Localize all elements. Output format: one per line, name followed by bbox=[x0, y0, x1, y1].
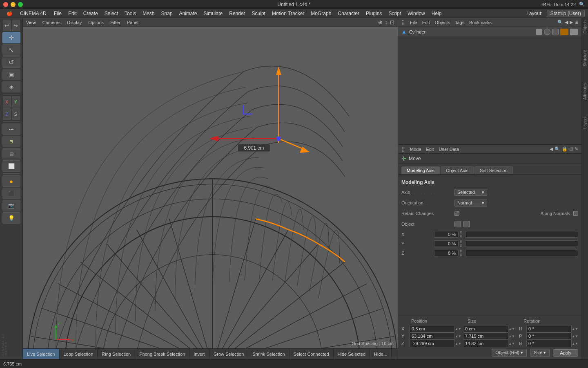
tab-modeling-axis[interactable]: Modeling Axis bbox=[401, 166, 440, 174]
menu-window[interactable]: Window bbox=[404, 10, 428, 17]
phong-break-btn[interactable]: Phong Break Selection bbox=[135, 349, 189, 359]
menu-sculpt[interactable]: Sculpt bbox=[249, 10, 269, 17]
z-stepper[interactable]: ⬆⬇ bbox=[459, 249, 463, 257]
obj-edit-menu[interactable]: Edit bbox=[422, 20, 430, 25]
menu-snap[interactable]: Snap bbox=[158, 10, 176, 17]
menu-create[interactable]: Create bbox=[80, 10, 101, 17]
search-icon[interactable]: 🔍 bbox=[579, 2, 585, 7]
pos-x-pos-step[interactable]: ▲▼ bbox=[455, 327, 461, 331]
along-normals-checkbox[interactable] bbox=[573, 211, 578, 216]
light-btn[interactable]: 💡 bbox=[2, 212, 20, 224]
y-axis-btn[interactable]: Y bbox=[12, 96, 20, 108]
retain-checkbox[interactable] bbox=[454, 211, 459, 216]
pos-z-pos-field[interactable]: -29.299 cm bbox=[410, 340, 455, 347]
move-tool[interactable]: ✛ bbox=[2, 32, 20, 43]
redo-button[interactable]: ↪ bbox=[12, 20, 20, 31]
snap-btn[interactable]: S bbox=[12, 108, 20, 120]
cameras-menu[interactable]: Cameras bbox=[42, 20, 61, 25]
menu-mograph[interactable]: MoGraph bbox=[307, 10, 334, 17]
obj-file-menu[interactable]: File bbox=[410, 20, 417, 25]
panel-menu[interactable]: Panel bbox=[127, 20, 138, 25]
obj-arrow-right-icon[interactable]: ▶ bbox=[570, 20, 573, 25]
menu-animate[interactable]: Animate bbox=[176, 10, 200, 17]
object-icon-btn[interactable] bbox=[454, 221, 461, 227]
viewport-canvas[interactable]: Front Selected Total Objects 1 Edge bbox=[23, 27, 398, 348]
ring-selection-btn[interactable]: Ring Selection bbox=[98, 349, 135, 359]
menu-character[interactable]: Character bbox=[334, 10, 363, 17]
pos-x-pos-field[interactable]: 0.5 cm bbox=[410, 325, 455, 332]
attr-icon-2[interactable]: 🔍 bbox=[555, 146, 560, 152]
undo-button[interactable]: ↩ bbox=[3, 20, 11, 31]
menu-plugins[interactable]: Plugins bbox=[363, 10, 385, 17]
menu-help[interactable]: Help bbox=[428, 10, 445, 17]
obj-mode[interactable]: ⬜ bbox=[2, 160, 20, 172]
viewport-icon-1[interactable]: ⊕ bbox=[378, 19, 383, 25]
camera-btn[interactable]: 📷 bbox=[2, 200, 20, 211]
rotate-tool[interactable]: ↺ bbox=[2, 56, 20, 68]
menu-script[interactable]: Script bbox=[385, 10, 404, 17]
menu-tools[interactable]: Tools bbox=[121, 10, 139, 17]
obj-tags-menu[interactable]: Tags bbox=[455, 20, 464, 25]
pos-z-size-field[interactable]: 14.82 cm bbox=[463, 340, 508, 347]
tab-soft-selection[interactable]: Soft Selection bbox=[474, 166, 513, 174]
pos-x-size-step[interactable]: ▲▼ bbox=[508, 327, 515, 331]
menu-edit[interactable]: Edit bbox=[65, 10, 80, 17]
pos-z-pos-step[interactable]: ▲▼ bbox=[455, 342, 461, 346]
pos-y-rot-step[interactable]: ▲▼ bbox=[572, 334, 578, 338]
poly-mode[interactable]: ▤ bbox=[2, 148, 20, 159]
window-controls[interactable] bbox=[3, 2, 23, 7]
menu-select[interactable]: Select bbox=[101, 10, 121, 17]
vert-tab-attributes[interactable]: Attributes bbox=[583, 83, 587, 100]
z-value[interactable]: 0 % bbox=[434, 250, 459, 256]
obj-vis-icon[interactable] bbox=[544, 29, 550, 35]
apply-button[interactable]: Apply bbox=[553, 349, 578, 357]
vert-tab-layers[interactable]: Layers bbox=[583, 117, 587, 129]
object-icon-btn2[interactable] bbox=[463, 221, 470, 227]
pos-y-rot-field[interactable]: 0 ° bbox=[526, 332, 572, 340]
menu-app[interactable]: CINEMA 4D bbox=[17, 10, 50, 17]
loop-selection-btn[interactable]: Loop Selection bbox=[60, 349, 98, 359]
obj-render-icon[interactable] bbox=[552, 29, 559, 35]
menu-mesh[interactable]: Mesh bbox=[139, 10, 158, 17]
model-tool[interactable]: ◈ bbox=[2, 81, 20, 92]
obj-arrow-left-icon[interactable]: ◀ bbox=[565, 20, 568, 25]
sphere-btn[interactable]: ● bbox=[2, 175, 20, 187]
pos-y-pos-field[interactable]: 63.184 cm bbox=[410, 332, 455, 340]
viewport-icon-2[interactable]: ↕ bbox=[385, 19, 388, 25]
scale-tool[interactable]: ⤡ bbox=[2, 44, 20, 56]
options-menu[interactable]: Options bbox=[88, 20, 104, 25]
pos-z-rot-step[interactable]: ▲▼ bbox=[572, 342, 578, 346]
minimize-button[interactable] bbox=[11, 2, 16, 7]
obj-material-icon[interactable] bbox=[536, 29, 542, 35]
select-tool[interactable]: ▣ bbox=[2, 69, 20, 80]
size-dropdown[interactable]: Size ▾ bbox=[530, 349, 550, 357]
invert-btn[interactable]: Invert bbox=[189, 349, 209, 359]
pos-x-size-field[interactable]: 0 cm bbox=[463, 325, 508, 332]
edge-mode[interactable]: ⊟ bbox=[2, 136, 20, 147]
shrink-selection-btn[interactable]: Shrink Selection bbox=[248, 349, 290, 359]
attr-icon-5[interactable]: ✎ bbox=[575, 146, 578, 152]
pos-z-rot-field[interactable]: 0 ° bbox=[526, 340, 572, 347]
pos-z-size-step[interactable]: ▲▼ bbox=[508, 342, 515, 346]
select-connected-btn[interactable]: Select Connected bbox=[290, 349, 334, 359]
z-axis-btn[interactable]: Z bbox=[3, 108, 11, 120]
axis-dropdown[interactable]: Selected ▾ bbox=[454, 189, 487, 196]
cylinder-object-row[interactable]: ▲ Cylinder bbox=[398, 27, 581, 37]
coord-system-dropdown[interactable]: Object (Rel) ▾ bbox=[492, 349, 527, 357]
view-menu[interactable]: View bbox=[26, 20, 36, 25]
cube-btn[interactable]: ⬛ bbox=[2, 188, 20, 199]
pos-y-pos-step[interactable]: ▲▼ bbox=[455, 334, 461, 338]
hide-more-btn[interactable]: Hide... bbox=[370, 349, 392, 359]
pos-y-size-step[interactable]: ▲▼ bbox=[508, 334, 515, 338]
point-mode[interactable]: ••• bbox=[2, 123, 20, 135]
grow-selection-btn[interactable]: Grow Selection bbox=[209, 349, 249, 359]
filter-menu[interactable]: Filter bbox=[110, 20, 120, 25]
obj-phong-tag[interactable] bbox=[560, 29, 568, 35]
vert-tab-structure[interactable]: Structure bbox=[583, 50, 587, 67]
pos-y-size-field[interactable]: 7.715 cm bbox=[463, 332, 508, 340]
attr-icon-4[interactable]: ⊞ bbox=[569, 146, 573, 152]
attr-userdata-menu[interactable]: User Data bbox=[439, 147, 459, 152]
pos-x-rot-field[interactable]: 0 ° bbox=[526, 325, 572, 332]
attr-mode-menu[interactable]: Mode bbox=[410, 147, 421, 152]
menu-motion-tracker[interactable]: Motion Tracker bbox=[269, 10, 307, 17]
